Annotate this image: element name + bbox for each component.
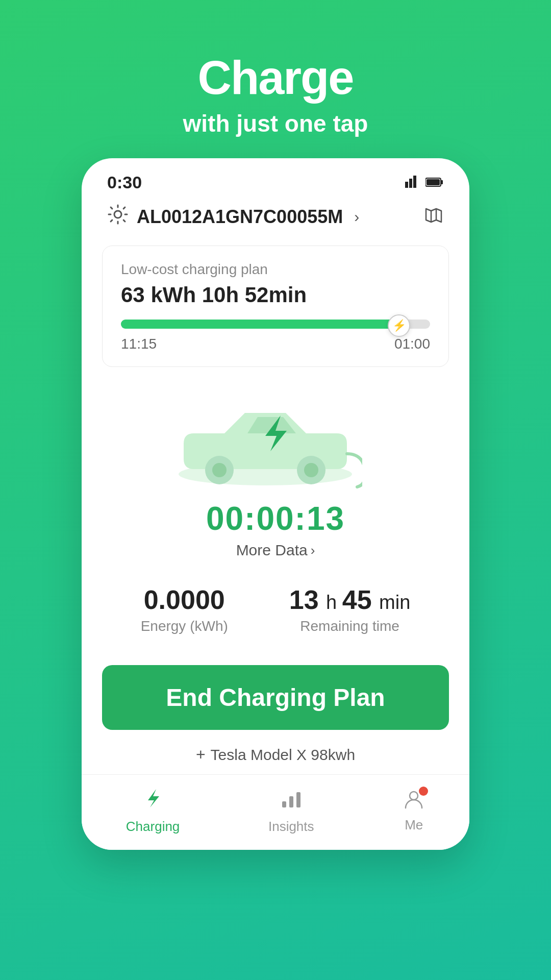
remaining-minutes: 45 bbox=[342, 585, 372, 615]
progress-time-end: 01:00 bbox=[394, 336, 430, 352]
insights-nav-label: Insights bbox=[268, 819, 314, 835]
plan-duration: 10h 52min bbox=[202, 283, 307, 307]
stats-row: 0.0000 Energy (kWh) 13 h 45 min Remainin… bbox=[82, 564, 469, 645]
svg-marker-14 bbox=[265, 415, 287, 451]
me-nav-label: Me bbox=[405, 817, 423, 833]
svg-rect-18 bbox=[296, 792, 300, 807]
charging-timer: 00:00:13 bbox=[206, 500, 345, 537]
progress-bar: ⚡ bbox=[121, 320, 430, 329]
svg-rect-17 bbox=[289, 796, 293, 807]
more-data-link[interactable]: More Data › bbox=[236, 542, 315, 559]
energy-stat: 0.0000 Energy (kWh) bbox=[141, 584, 228, 634]
status-bar: 0:30 bbox=[82, 158, 469, 199]
header-subtitle: with just one tap bbox=[0, 110, 551, 137]
device-id: AL0012A1GN7C00055M bbox=[137, 206, 343, 228]
plan-label: Low-cost charging plan bbox=[121, 261, 430, 278]
svg-rect-5 bbox=[427, 179, 440, 185]
vehicle-label: Tesla Model X 98kwh bbox=[211, 746, 355, 764]
remaining-hours: 13 bbox=[289, 585, 319, 615]
progress-thumb: ⚡ bbox=[388, 314, 410, 337]
signal-icon bbox=[405, 174, 419, 191]
remaining-value: 13 h 45 min bbox=[289, 584, 411, 615]
add-icon: + bbox=[196, 745, 206, 764]
gear-icon bbox=[107, 204, 129, 230]
thumb-bolt-icon: ⚡ bbox=[392, 319, 406, 332]
svg-rect-4 bbox=[441, 180, 443, 184]
nav-charging[interactable]: Charging bbox=[126, 787, 180, 835]
svg-point-13 bbox=[304, 463, 318, 477]
svg-point-6 bbox=[114, 211, 121, 218]
status-icons bbox=[405, 174, 444, 191]
nav-insights[interactable]: Insights bbox=[268, 787, 314, 835]
svg-marker-15 bbox=[148, 789, 159, 807]
remaining-label: Remaining time bbox=[289, 618, 411, 634]
plan-value: 63 kWh 10h 52min bbox=[121, 283, 430, 307]
header-title: Charge bbox=[0, 51, 551, 105]
battery-icon bbox=[425, 174, 444, 191]
charging-plan-card: Low-cost charging plan 63 kWh 10h 52min … bbox=[102, 246, 449, 367]
more-data-label: More Data bbox=[236, 542, 308, 559]
nav-me[interactable]: Me bbox=[403, 789, 425, 833]
top-bar: AL0012A1GN7C00055M › bbox=[82, 199, 469, 240]
svg-rect-0 bbox=[405, 182, 408, 188]
end-charging-button[interactable]: End Charging Plan bbox=[102, 665, 449, 730]
remaining-min-unit: min bbox=[379, 592, 410, 613]
svg-rect-1 bbox=[409, 179, 412, 188]
bolt-icon bbox=[255, 413, 296, 462]
chevron-right-icon: › bbox=[354, 208, 359, 226]
svg-rect-16 bbox=[282, 801, 286, 807]
plan-energy: 63 kWh bbox=[121, 283, 196, 307]
svg-point-11 bbox=[212, 463, 227, 477]
charging-nav-icon bbox=[142, 787, 164, 815]
remaining-h-unit: h bbox=[326, 592, 342, 613]
car-area: 00:00:13 More Data › bbox=[82, 382, 469, 564]
device-info[interactable]: AL0012A1GN7C00055M › bbox=[107, 204, 359, 230]
progress-times: 11:15 01:00 bbox=[121, 336, 430, 352]
header-section: Charge with just one tap bbox=[0, 0, 551, 168]
progress-time-start: 11:15 bbox=[121, 336, 157, 352]
car-illustration-wrapper bbox=[168, 393, 383, 495]
me-icon-wrapper bbox=[403, 789, 425, 813]
phone-mockup: 0:30 AL0012A1GN7C00055M › bbox=[82, 158, 469, 850]
map-icon[interactable] bbox=[423, 205, 444, 230]
energy-value: 0.0000 bbox=[141, 584, 228, 615]
charging-nav-label: Charging bbox=[126, 819, 180, 835]
svg-rect-2 bbox=[413, 176, 416, 188]
bottom-nav: Charging Insights Me bbox=[82, 774, 469, 850]
status-time: 0:30 bbox=[107, 173, 142, 192]
progress-fill bbox=[121, 320, 399, 329]
remaining-stat: 13 h 45 min Remaining time bbox=[289, 584, 411, 634]
energy-label: Energy (kWh) bbox=[141, 618, 228, 634]
insights-nav-icon bbox=[280, 787, 303, 815]
more-data-chevron-icon: › bbox=[311, 543, 315, 558]
me-nav-badge bbox=[419, 787, 428, 796]
add-vehicle-row[interactable]: + Tesla Model X 98kwh bbox=[82, 740, 469, 774]
svg-point-19 bbox=[410, 792, 418, 800]
